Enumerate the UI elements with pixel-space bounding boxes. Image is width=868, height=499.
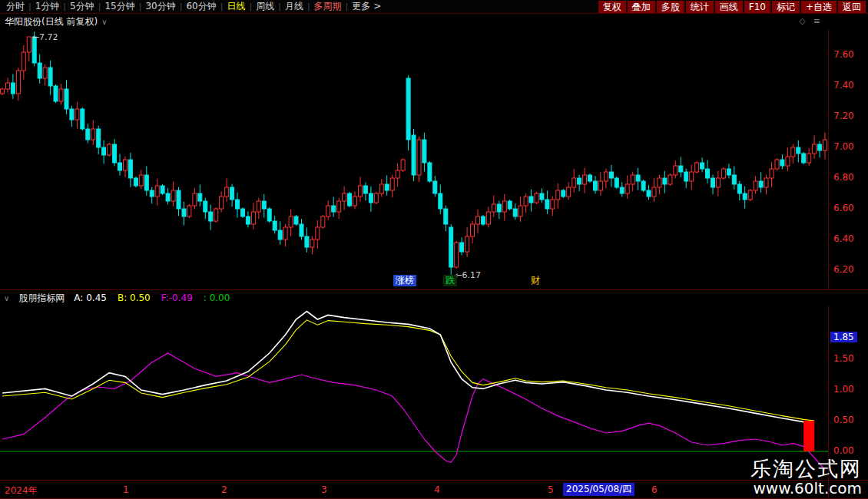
indicator-header: ∨ 股朋指标网 A: 0.45B: 0.50F:-0.49: 0.00 bbox=[0, 289, 868, 306]
x-axis-label: 2024年 bbox=[5, 484, 38, 497]
period-menu-item[interactable]: 15分钟 bbox=[101, 0, 138, 13]
toolbar-button[interactable]: 多股 bbox=[657, 1, 684, 13]
indicator-chevron-down-icon[interactable]: ∨ bbox=[4, 294, 9, 302]
period-menu-item[interactable]: 5分钟 bbox=[66, 0, 98, 13]
app-root: 分时|1分钟|5分钟|15分钟|30分钟|60分钟|日线|周线|月线|多周期|更… bbox=[0, 0, 868, 499]
main-y-axis-label: 7.60 bbox=[833, 49, 854, 60]
main-y-axis-label: 7.20 bbox=[833, 111, 854, 121]
main-y-axis-label: 6.80 bbox=[833, 172, 854, 183]
main-y-axis-label: 6.20 bbox=[833, 264, 854, 275]
indicator-region bbox=[0, 306, 828, 480]
diamond-icon[interactable]: ◇ bbox=[799, 16, 805, 26]
period-menu-item[interactable]: 多周期 bbox=[310, 0, 346, 13]
stock-title: 华阳股份(日线 前复权) bbox=[5, 15, 98, 28]
period-menu-item[interactable]: 60分钟 bbox=[182, 0, 220, 13]
indicator-region-outer: 1.501.000.500.001.85 bbox=[0, 306, 868, 480]
indicator-y-axis: 1.501.000.500.001.85 bbox=[828, 306, 868, 480]
indicator-current-value-box: 1.85 bbox=[830, 332, 857, 342]
toolbar-button[interactable]: 标记 bbox=[772, 1, 800, 13]
main-y-axis: 7.607.407.207.006.806.606.406.20 bbox=[828, 29, 868, 289]
period-menu-item[interactable]: 分时 bbox=[2, 0, 28, 13]
indicator-y-axis-label: 1.50 bbox=[833, 353, 854, 364]
corner-icons: ◇ ≡ bbox=[799, 16, 820, 26]
indicator-y-axis-label: 0.00 bbox=[833, 445, 854, 456]
toolbar-button[interactable]: 画线 bbox=[715, 1, 743, 13]
title-chevron-down-icon[interactable]: ∨ bbox=[101, 18, 107, 26]
svg-text:←6.17: ←6.17 bbox=[455, 270, 481, 280]
chart-overlay-tag[interactable]: 跌 bbox=[443, 275, 457, 286]
period-menu-item[interactable]: 日线 bbox=[223, 0, 249, 13]
indicator-name[interactable]: 股朋指标网 bbox=[18, 292, 65, 305]
x-axis-label: 4 bbox=[434, 484, 440, 495]
x-axis-label: 5 bbox=[548, 484, 554, 495]
indicator-value-label: : 0.00 bbox=[204, 292, 230, 303]
main-chart-region-outer: ←7.72←6.17 涨榜跌财 7.607.407.207.006.806.60… bbox=[0, 29, 868, 289]
chart-overlay-tag[interactable]: 财 bbox=[528, 275, 542, 286]
main-y-axis-label: 7.40 bbox=[833, 80, 854, 91]
x-axis-row: 2024年1234562025/05/08/四 bbox=[0, 480, 868, 499]
main-y-axis-label: 7.00 bbox=[833, 141, 854, 152]
period-menu-item[interactable]: 周线 bbox=[252, 0, 278, 13]
toolbar-button[interactable]: 返回 bbox=[838, 1, 866, 13]
x-axis-selected-date[interactable]: 2025/05/08/四 bbox=[563, 483, 634, 496]
main-y-axis-label: 6.60 bbox=[833, 203, 854, 213]
toolbar-button[interactable]: +自选 bbox=[801, 1, 837, 13]
period-menu-item[interactable]: 30分钟 bbox=[141, 0, 179, 13]
indicator-values: A: 0.45B: 0.50F:-0.49: 0.00 bbox=[74, 292, 230, 303]
menu-left: 分时|1分钟|5分钟|15分钟|30分钟|60分钟|日线|周线|月线|多周期|更… bbox=[2, 0, 385, 13]
main-y-axis-label: 6.40 bbox=[833, 233, 854, 244]
svg-text:←7.72: ←7.72 bbox=[32, 32, 58, 42]
indicator-value-label: A: 0.45 bbox=[74, 292, 107, 303]
period-menu-item[interactable]: 更多 > bbox=[348, 0, 385, 13]
toolbar-button[interactable]: 复权 bbox=[598, 1, 626, 13]
menu-lines-icon[interactable]: ≡ bbox=[813, 16, 820, 26]
chart-overlay-tag[interactable]: 涨榜 bbox=[393, 275, 416, 286]
x-axis-divider bbox=[828, 481, 829, 498]
indicator-value-label: F:-0.49 bbox=[161, 292, 193, 303]
x-axis-label: 6 bbox=[651, 484, 658, 495]
toolbar-button[interactable]: 叠加 bbox=[628, 1, 655, 13]
indicator-y-axis-label: 0.50 bbox=[833, 415, 854, 425]
menu-right: 复权叠加多股统计画线F10标记+自选返回 bbox=[598, 1, 866, 13]
x-axis-label: 2 bbox=[221, 484, 227, 495]
main-chart-region: ←7.72←6.17 涨榜跌财 bbox=[0, 29, 828, 289]
indicator-y-axis-label: 1.00 bbox=[833, 384, 854, 395]
x-axis-label: 1 bbox=[123, 484, 129, 495]
period-menu-item[interactable]: 1分钟 bbox=[31, 0, 64, 13]
top-menubar: 分时|1分钟|5分钟|15分钟|30分钟|60分钟|日线|周线|月线|多周期|更… bbox=[0, 0, 868, 14]
toolbar-button[interactable]: 统计 bbox=[686, 1, 714, 13]
period-menu-item[interactable]: 月线 bbox=[281, 0, 307, 13]
x-axis-label: 3 bbox=[321, 484, 327, 495]
title-row: 华阳股份(日线 前复权) ∨ ◇ ≡ bbox=[0, 14, 868, 29]
indicator-chart-svg[interactable] bbox=[0, 306, 828, 480]
indicator-value-label: B: 0.50 bbox=[118, 292, 151, 303]
main-chart-svg[interactable]: ←7.72←6.17 bbox=[0, 29, 828, 289]
toolbar-button[interactable]: F10 bbox=[744, 1, 770, 13]
